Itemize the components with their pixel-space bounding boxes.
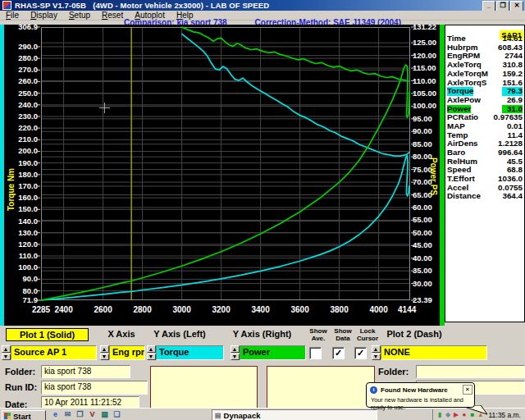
run-id-field[interactable]: kia sport 738: [41, 381, 148, 395]
right-folder-label: Folder:: [378, 367, 409, 377]
data-label: MAP: [447, 122, 465, 131]
plot2-section-label: Plot 2 (Dash): [379, 329, 450, 339]
data-row-distance: Distance364.4: [445, 192, 524, 201]
right-folder-field[interactable]: [416, 365, 525, 378]
right-axis-tick: 131.22: [413, 23, 441, 31]
x-axis-tick: 2600: [85, 305, 121, 314]
left-axis-tick: 170.0: [7, 182, 38, 190]
quick-launch-bar: e✉❐V▤❏: [51, 410, 121, 419]
dynapack-icon: ▤: [215, 412, 221, 419]
data-label: AxlePow: [447, 96, 481, 105]
right-axis-tick: 85.00: [413, 140, 441, 148]
x-axis-tick: 3800: [322, 305, 358, 314]
live-data-panel: SAP1 Time14.61Hubrpm608.43EngRPM2744Axle…: [445, 25, 525, 322]
right-axis-tick: 120.00: [413, 52, 441, 60]
balloon-close-icon[interactable]: ✕: [463, 385, 472, 395]
x-axis-tick: 2400: [46, 305, 82, 314]
left-axis-tick: 71.9: [7, 296, 38, 304]
torque-live-curve: [41, 155, 409, 300]
mail-icon[interactable]: ✉: [63, 410, 72, 419]
right-axis-tick: 70.00: [413, 178, 441, 186]
right-axis-tick: 105.00: [413, 89, 441, 98]
right-axis-tick: 40.00: [413, 254, 441, 262]
right-axis-tick: 35.00: [413, 267, 441, 275]
left-axis-tick: 240.0: [7, 101, 38, 109]
balloon-title: Found New Hardware: [381, 386, 463, 394]
info-icon: i: [370, 386, 377, 394]
left-axis-tick: 220.0: [7, 124, 38, 132]
y-right-spinner[interactable]: [231, 345, 240, 359]
balloon-message: Your new hardware is installed and ready…: [367, 395, 474, 411]
right-axis-tick: 100.00: [413, 102, 441, 110]
left-axis-tick: 210.0: [7, 135, 38, 144]
y-right-section-label: Y Axis (Right): [227, 329, 297, 339]
data-label: Distance: [447, 192, 481, 201]
tray-hardware-icon[interactable]: ▮: [436, 411, 443, 418]
left-axis-tick: 306.9: [7, 23, 38, 31]
data-value: 996.64: [498, 148, 523, 158]
left-axis-tick: 140.0: [7, 217, 38, 226]
data-row-axletorqm: AxleTorqM159.2: [445, 70, 524, 79]
x-axis-spinner[interactable]: [100, 345, 109, 359]
right-axis-tick: 23.39: [413, 296, 441, 304]
right-axis-tick: 90.00: [413, 127, 441, 135]
internet-explorer-icon[interactable]: e: [51, 410, 60, 419]
left-axis-tick: 90.0: [7, 275, 38, 283]
mouse-crosshair: [104, 103, 105, 113]
start-button[interactable]: Start: [2, 410, 46, 420]
notification-balloon: i Found New Hardware ✕ Your new hardware…: [366, 382, 475, 408]
x-axis-tick: 3400: [243, 305, 279, 314]
right-axis-tick: 60.00: [413, 203, 441, 212]
left-axis-tick: 130.0: [7, 229, 38, 237]
x-axis-tick: 2800: [125, 305, 161, 314]
window-title: RHAS-SP V1.7-05B (4WD - Motor Vehicle 2x…: [15, 1, 269, 10]
right-axis-tick: 110.00: [413, 77, 441, 85]
plot2-select[interactable]: NONE: [381, 345, 487, 360]
x-axis-select[interactable]: Eng rpm: [109, 345, 145, 360]
menu-file[interactable]: File: [0, 11, 25, 20]
taskbar-button-dynapack[interactable]: ▤ Dynapack: [212, 409, 377, 420]
menu-setup[interactable]: Setup: [63, 11, 96, 20]
y-left-select[interactable]: Torque: [156, 345, 224, 360]
plot2-spinner[interactable]: [372, 345, 381, 359]
left-axis-tick: 190.0: [7, 159, 38, 167]
app-icon[interactable]: [2, 1, 11, 10]
menu-display[interactable]: Display: [25, 11, 63, 20]
right-axis-tick: 55.00: [413, 216, 441, 224]
show-desktop-icon[interactable]: ❐: [75, 410, 84, 419]
x-axis-tick: 3000: [164, 305, 200, 314]
title-bar: RHAS-SP V1.7-05B (4WD - Motor Vehicle 2x…: [0, 0, 525, 11]
torque-comparison-curve: [182, 34, 409, 156]
x-axis-tick: 3200: [203, 305, 240, 314]
data-label: Baro: [447, 148, 465, 158]
left-axis-tick: 280.0: [7, 54, 38, 62]
folder-icon[interactable]: ❏: [112, 410, 121, 419]
comment-box-2[interactable]: [267, 366, 375, 409]
data-value: 159.2: [502, 70, 523, 79]
y-left-section-label: Y Axis (Left): [148, 329, 212, 339]
folder-field[interactable]: kia sport 738: [41, 365, 130, 378]
left-axis-tick: 260.0: [7, 77, 38, 85]
source-spinner[interactable]: [2, 345, 11, 359]
left-axis-tick: 120.0: [7, 240, 38, 249]
left-axis-tick: 180.0: [7, 171, 38, 179]
y-left-spinner[interactable]: [147, 345, 156, 359]
lock-cursor-checkbox[interactable]: ✓: [354, 347, 367, 359]
folder-label: Folder:: [5, 367, 35, 377]
left-axis-tick: 100.0: [7, 263, 38, 272]
plot-area[interactable]: [41, 27, 410, 300]
y-right-select[interactable]: Power: [240, 345, 306, 360]
x-axis-tick: 3600: [282, 305, 318, 314]
right-axis-tick: 50.00: [413, 229, 441, 237]
show-ave-checkbox[interactable]: [309, 347, 322, 359]
application-window: RHAS-SP V1.7-05B (4WD - Motor Vehicle 2x…: [0, 0, 525, 420]
show-data-checkbox[interactable]: ✓: [332, 347, 345, 359]
left-axis-tick: 270.0: [7, 66, 38, 74]
notes-icon[interactable]: ▤: [100, 410, 109, 419]
data-value: 364.4: [502, 192, 523, 201]
tray-display-icon[interactable]: ◆: [444, 411, 451, 418]
media-player-icon[interactable]: V: [88, 410, 97, 419]
right-axis-tick: 115.00: [413, 64, 441, 72]
comment-box-1[interactable]: [150, 366, 258, 409]
source-select[interactable]: Source AP 1: [11, 345, 97, 360]
